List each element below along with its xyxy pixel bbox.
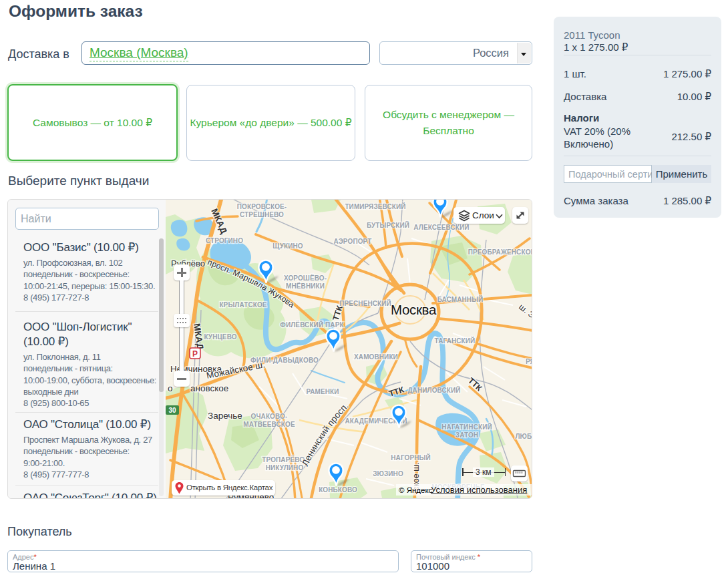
- svg-text:ОЧАКОВО-: ОЧАКОВО-: [251, 413, 288, 420]
- svg-text:СТРЕШНЕВО: СТРЕШНЕВО: [240, 211, 284, 218]
- svg-text:ХАМОВНИКИ: ХАМОВНИКИ: [354, 353, 398, 361]
- svg-text:РЯ: РЯ: [526, 358, 532, 365]
- svg-text:НИКУЛИНО: НИКУЛИНО: [266, 464, 304, 471]
- svg-text:БАСМАННЫЙ: БАСМАННЫЙ: [437, 295, 484, 303]
- svg-text:БУТЫРСКИЙ: БУТЫРСКИЙ: [367, 221, 409, 229]
- svg-text:СТРОГИНО: СТРОГИНО: [206, 237, 243, 244]
- svg-text:НАГАТИНСКИЙ: НАГАТИНСКИЙ: [441, 423, 492, 431]
- svg-text:Заречье: Заречье: [208, 411, 242, 421]
- svg-text:Москва: Москва: [391, 302, 437, 317]
- svg-text:ТИМИРЯЗЕВСКИЙ: ТИМИРЯЗЕВСКИЙ: [345, 202, 405, 210]
- svg-text:МНЁВНИКИ: МНЁВНИКИ: [286, 282, 325, 290]
- svg-text:МАТВЕЕВСКОЕ: МАТВЕЕВСКОЕ: [243, 421, 295, 428]
- svg-text:ТАГАНСКИЙ: ТАГАНСКИЙ: [435, 337, 476, 345]
- svg-text:ПРЕОБРАЖЕНСКОЕ: ПРЕОБРАЖЕНСКОЕ: [468, 248, 532, 256]
- svg-text:ФИЛЁВСКИЙ ПАРК: ФИЛЁВСКИЙ ПАРК: [280, 321, 344, 329]
- svg-text:КРЫЛАТСКОЕ: КРЫЛАТСКОЕ: [219, 301, 266, 309]
- svg-text:ЛЮБЛИ: ЛЮБЛИ: [516, 433, 532, 440]
- svg-text:КОНЬКОВО: КОНЬКОВО: [319, 486, 357, 494]
- svg-text:НАГОРНЫЙ: НАГОРНЫЙ: [391, 453, 430, 461]
- svg-text:ХОРОШЁВО-: ХОРОШЁВО-: [284, 274, 327, 282]
- svg-text:ПОКРОВСКОЕ-: ПОКРОВСКОЕ-: [237, 203, 287, 210]
- svg-text:РАМЕНКИ: РАМЕНКИ: [306, 388, 339, 395]
- svg-text:о: о: [168, 383, 173, 393]
- svg-text:ЗАТОН: ЗАТОН: [456, 431, 478, 439]
- svg-text:30: 30: [168, 407, 176, 414]
- svg-text:АЭРОПОРТ: АЭРОПОРТ: [334, 238, 372, 245]
- svg-text:ПРЕСНЕНСКИЙ: ПРЕСНЕНСКИЙ: [339, 299, 391, 307]
- svg-text:ДАНИЛОВСКИЙ: ДАНИЛОВСКИЙ: [407, 386, 460, 394]
- svg-text:ЩУКИНО: ЩУКИНО: [272, 242, 303, 250]
- svg-text:ЗЮЗИНО: ЗЮЗИНО: [373, 470, 403, 477]
- svg-text:ТРОПАРЁВО-: ТРОПАРЁВО-: [262, 455, 307, 463]
- svg-text:ановское: ановское: [190, 383, 228, 393]
- svg-text:АЛЕКСЕЕВСКИЙ: АЛЕКСЕЕВСКИЙ: [413, 223, 469, 231]
- svg-text:Р: Р: [192, 349, 198, 359]
- svg-text:КУНЦЕВО: КУНЦЕВО: [204, 333, 236, 341]
